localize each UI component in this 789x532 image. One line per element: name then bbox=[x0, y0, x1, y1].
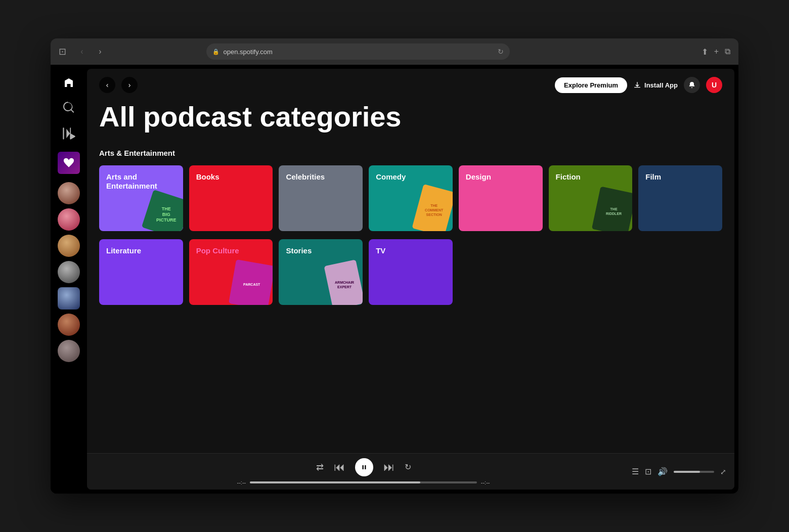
lock-icon: 🔒 bbox=[212, 49, 220, 55]
shuffle-button[interactable]: ⇄ bbox=[316, 462, 324, 473]
explore-premium-button[interactable]: Explore Premium bbox=[555, 77, 627, 93]
category-label: Literature bbox=[106, 246, 176, 255]
browser-back-button[interactable]: ‹ bbox=[75, 45, 89, 59]
user-avatar-button[interactable]: U bbox=[706, 77, 722, 93]
category-label: Comedy bbox=[376, 172, 446, 182]
category-label: Fiction bbox=[556, 172, 626, 182]
empty-spacer-3 bbox=[638, 239, 722, 305]
sidebar-avatar-1[interactable] bbox=[58, 182, 80, 204]
category-label: Books bbox=[196, 172, 266, 182]
progress-container: --:-- --:-- bbox=[237, 479, 490, 485]
nav-forward-button[interactable]: › bbox=[121, 77, 138, 93]
progress-start: --:-- bbox=[237, 479, 246, 485]
share-icon[interactable]: ⬆ bbox=[702, 47, 708, 57]
prev-button[interactable]: ⏮ bbox=[334, 461, 345, 474]
sidebar-avatar-5[interactable] bbox=[58, 287, 80, 309]
category-stories[interactable]: Stories ARMCHAIREXPERT bbox=[279, 239, 363, 305]
topbar-actions: Explore Premium Install App U bbox=[555, 77, 722, 93]
browser-toolbar: ⊡ ‹ › 🔒 open.spotify.com ↻ ⬆ + ⧉ bbox=[51, 38, 738, 65]
sidebar-avatars bbox=[58, 182, 80, 362]
category-tv[interactable]: TV bbox=[369, 239, 453, 305]
sidebar-avatar-4[interactable] bbox=[58, 261, 80, 283]
category-label: Celebrities bbox=[286, 172, 356, 182]
volume-slider[interactable] bbox=[674, 471, 714, 473]
notifications-button[interactable] bbox=[684, 77, 700, 93]
arts-entertainment-section: Arts & Entertainment Arts andEntertainme… bbox=[99, 149, 722, 305]
sidebar-avatar-6[interactable] bbox=[58, 314, 80, 336]
category-label: Pop Culture bbox=[196, 246, 266, 255]
sidebar-home-button[interactable] bbox=[59, 73, 79, 93]
install-icon bbox=[633, 81, 641, 89]
volume-fill bbox=[674, 471, 700, 473]
pause-icon bbox=[361, 464, 368, 471]
category-label: Arts andEntertainment bbox=[106, 172, 176, 191]
topbar: ‹ › Explore Premium Install App U bbox=[87, 69, 734, 101]
categories-row-1: Arts andEntertainment THEBIGPICTURE Book… bbox=[99, 165, 722, 231]
sidebar-toggle-icon[interactable]: ⊡ bbox=[59, 47, 71, 56]
sidebar bbox=[51, 65, 87, 494]
category-design[interactable]: Design bbox=[459, 165, 543, 231]
browser-actions: ⬆ + ⧉ bbox=[702, 47, 730, 57]
empty-spacer-1 bbox=[459, 239, 543, 305]
category-books[interactable]: Books bbox=[189, 165, 273, 231]
player-right-controls: ☰ ⊡ 🔊 ⤢ bbox=[632, 467, 726, 476]
categories-row-2: Literature Pop Culture PARCAST Stories bbox=[99, 239, 722, 305]
sidebar-avatar-2[interactable] bbox=[58, 208, 80, 231]
category-film[interactable]: Film bbox=[638, 165, 722, 231]
devices-button[interactable]: ⊡ bbox=[645, 467, 651, 476]
category-literature[interactable]: Literature bbox=[99, 239, 183, 305]
category-label: TV bbox=[376, 246, 446, 255]
browser-forward-button[interactable]: › bbox=[93, 45, 107, 59]
player-bar: ⇄ ⏮ ⏭ ↻ --:-- --:-- bbox=[87, 453, 734, 490]
progress-track[interactable] bbox=[250, 481, 477, 483]
next-button[interactable]: ⏭ bbox=[383, 461, 394, 474]
nav-back-button[interactable]: ‹ bbox=[99, 77, 115, 93]
install-app-button[interactable]: Install App bbox=[633, 81, 678, 89]
queue-button[interactable]: ☰ bbox=[632, 467, 639, 476]
section-title: Arts & Entertainment bbox=[99, 149, 722, 157]
volume-button[interactable]: 🔊 bbox=[658, 467, 668, 476]
app-container: ‹ › Explore Premium Install App U All po… bbox=[51, 65, 738, 494]
browser-controls: ⊡ ‹ › bbox=[59, 45, 107, 59]
sidebar-library-button[interactable] bbox=[59, 123, 79, 144]
category-arts-entertainment[interactable]: Arts andEntertainment THEBIGPICTURE bbox=[99, 165, 183, 231]
sidebar-avatar-7[interactable] bbox=[58, 340, 80, 362]
new-tab-icon[interactable]: + bbox=[714, 47, 719, 56]
sidebar-avatar-3[interactable] bbox=[58, 235, 80, 257]
tabs-icon[interactable]: ⧉ bbox=[725, 47, 730, 56]
progress-end: --:-- bbox=[481, 479, 490, 485]
reload-icon[interactable]: ↻ bbox=[498, 48, 504, 56]
category-pop-culture[interactable]: Pop Culture PARCAST bbox=[189, 239, 273, 305]
category-label: Stories bbox=[286, 246, 356, 255]
url-text: open.spotify.com bbox=[224, 48, 273, 56]
category-fiction[interactable]: Fiction THERIDDLER bbox=[549, 165, 633, 231]
category-celebrities[interactable]: Celebrities bbox=[279, 165, 363, 231]
repeat-button[interactable]: ↻ bbox=[405, 462, 411, 472]
page-title: All podcast categories bbox=[99, 101, 722, 132]
category-label: Design bbox=[466, 172, 536, 182]
player-center: ⇄ ⏮ ⏭ ↻ --:-- --:-- bbox=[95, 458, 632, 485]
category-comedy[interactable]: Comedy THECOMMENTSECTION bbox=[369, 165, 453, 231]
content-scroll[interactable]: All podcast categories Arts & Entertainm… bbox=[87, 101, 734, 453]
player-buttons: ⇄ ⏮ ⏭ ↻ bbox=[316, 458, 411, 476]
sidebar-search-button[interactable] bbox=[59, 97, 79, 117]
play-pause-button[interactable] bbox=[355, 458, 373, 476]
empty-spacer-2 bbox=[549, 239, 633, 305]
liked-songs-button[interactable] bbox=[58, 152, 80, 174]
address-bar[interactable]: 🔒 open.spotify.com ↻ bbox=[206, 43, 510, 60]
category-label: Film bbox=[645, 172, 715, 182]
main-content: ‹ › Explore Premium Install App U All po… bbox=[87, 69, 734, 490]
fullscreen-button[interactable]: ⤢ bbox=[720, 468, 726, 476]
bell-icon bbox=[688, 81, 696, 89]
progress-fill bbox=[250, 481, 420, 483]
